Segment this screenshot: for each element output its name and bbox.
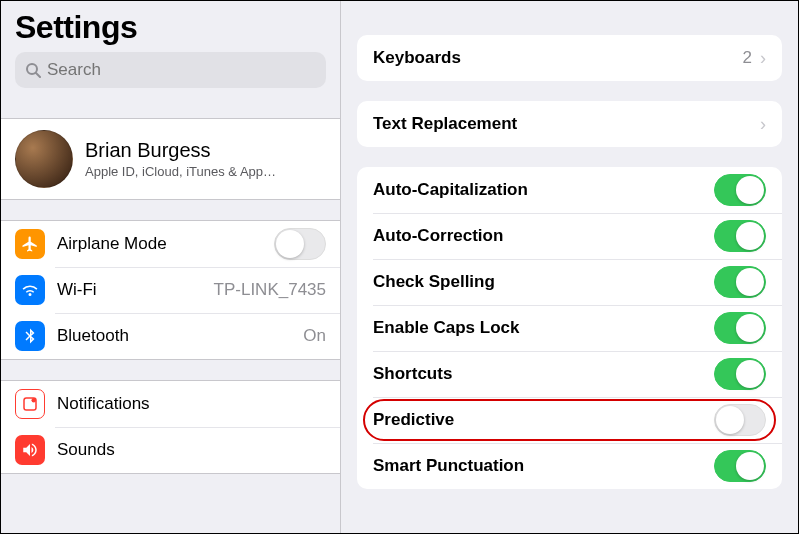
text-replacement-row[interactable]: Text Replacement › [357,101,782,147]
bluetooth-label: Bluetooth [57,326,295,346]
wifi-row[interactable]: Wi-Fi TP-LINK_7435 [1,267,340,313]
keyboard-settings-detail: Keyboards 2 › Text Replacement › Auto-Ca… [341,1,798,533]
text-replacement-label: Text Replacement [373,114,760,134]
sounds-icon [15,435,45,465]
toggle-label-shortcuts: Shortcuts [373,364,714,384]
search-input[interactable] [47,60,316,80]
keyboards-row[interactable]: Keyboards 2 › [357,35,782,81]
wifi-icon [15,275,45,305]
toggle-switch-auto_cap[interactable] [714,174,766,206]
airplane-toggle[interactable] [274,228,326,260]
airplane-label: Airplane Mode [57,234,274,254]
toggle-label-predictive: Predictive [373,410,714,430]
sidebar-header: Settings [1,1,340,98]
toggle-row-smart_punct[interactable]: Smart Punctuation [357,443,782,489]
svg-line-1 [36,73,40,77]
toggle-switch-check_spelling[interactable] [714,266,766,298]
toggle-label-auto_correct: Auto-Correction [373,226,714,246]
toggle-label-caps_lock: Enable Caps Lock [373,318,714,338]
toggle-label-auto_cap: Auto-Capitalization [373,180,714,200]
toggle-label-check_spelling: Check Spelling [373,272,714,292]
keyboards-count: 2 [743,48,752,68]
notifications-label: Notifications [57,394,326,414]
toggle-label-smart_punct: Smart Punctuation [373,456,714,476]
page-title: Settings [15,9,326,46]
notifications-row[interactable]: Notifications [1,381,340,427]
chevron-right-icon: › [760,48,766,69]
toggle-row-auto_correct[interactable]: Auto-Correction [357,213,782,259]
toggle-row-check_spelling[interactable]: Check Spelling [357,259,782,305]
network-group: Airplane Mode Wi-Fi TP-LINK_7435 Bluetoo… [1,220,340,360]
airplane-icon [15,229,45,259]
keyboard-toggle-group: Auto-CapitalizationAuto-CorrectionCheck … [357,167,782,489]
apple-id-row[interactable]: Brian Burgess Apple ID, iCloud, iTunes &… [1,119,340,199]
avatar [15,130,73,188]
airplane-mode-row[interactable]: Airplane Mode [1,221,340,267]
toggle-row-shortcuts[interactable]: Shortcuts [357,351,782,397]
profile-subtitle: Apple ID, iCloud, iTunes & App… [85,164,276,179]
profile-text: Brian Burgess Apple ID, iCloud, iTunes &… [85,139,276,179]
svg-point-3 [32,398,37,403]
profile-name: Brian Burgess [85,139,276,162]
search-field[interactable] [15,52,326,88]
bluetooth-row[interactable]: Bluetooth On [1,313,340,359]
toggle-row-caps_lock[interactable]: Enable Caps Lock [357,305,782,351]
notifications-icon [15,389,45,419]
toggle-switch-smart_punct[interactable] [714,450,766,482]
profile-group: Brian Burgess Apple ID, iCloud, iTunes &… [1,118,340,200]
alerts-group: Notifications Sounds [1,380,340,474]
chevron-right-icon: › [760,114,766,135]
sounds-row[interactable]: Sounds [1,427,340,473]
settings-sidebar: Settings Brian Burgess Apple ID, iCloud,… [1,1,341,533]
toggle-row-auto_cap[interactable]: Auto-Capitalization [357,167,782,213]
toggle-switch-caps_lock[interactable] [714,312,766,344]
wifi-label: Wi-Fi [57,280,206,300]
keyboards-label: Keyboards [373,48,743,68]
toggle-switch-shortcuts[interactable] [714,358,766,390]
toggle-switch-auto_correct[interactable] [714,220,766,252]
sounds-label: Sounds [57,440,326,460]
keyboards-group: Keyboards 2 › [357,35,782,81]
bluetooth-value: On [303,326,326,346]
toggle-switch-predictive[interactable] [714,404,766,436]
toggle-row-predictive[interactable]: Predictive [357,397,782,443]
text-replacement-group: Text Replacement › [357,101,782,147]
wifi-value: TP-LINK_7435 [214,280,326,300]
bluetooth-icon [15,321,45,351]
search-icon [25,62,41,78]
